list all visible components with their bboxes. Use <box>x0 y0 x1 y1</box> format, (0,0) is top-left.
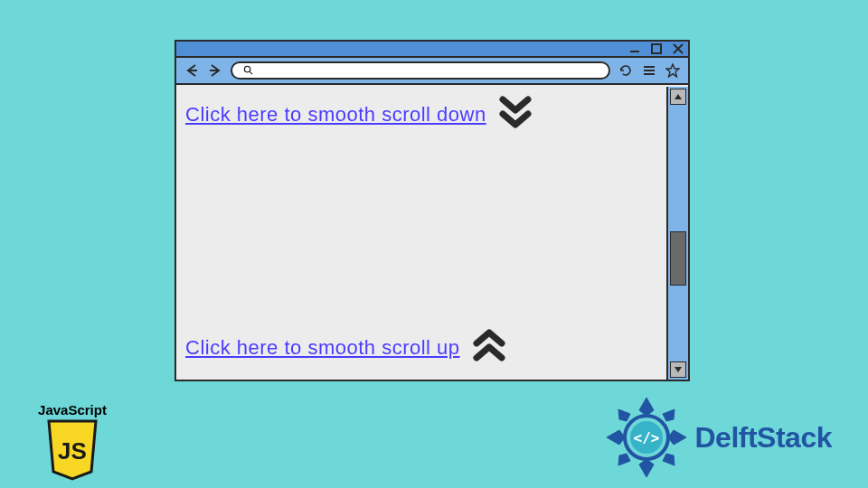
page-content: Click here to smooth scroll down Click h… <box>176 85 666 378</box>
scroll-down-link[interactable]: Click here to smooth scroll down <box>185 92 535 137</box>
scrollbar-thumb[interactable] <box>670 231 686 286</box>
chevrons-down-icon <box>495 92 535 137</box>
back-button[interactable] <box>184 62 200 79</box>
scrollbar-up-button[interactable] <box>670 89 686 105</box>
minimize-icon[interactable] <box>628 42 641 55</box>
scrollbar-down-button[interactable] <box>670 361 686 378</box>
browser-toolbar <box>176 58 688 85</box>
forward-button[interactable] <box>207 62 223 79</box>
scrollbar[interactable] <box>666 87 688 380</box>
titlebar <box>176 42 688 58</box>
star-icon[interactable] <box>665 62 681 79</box>
svg-text:</>: </> <box>633 429 659 446</box>
chevrons-up-icon <box>469 325 509 371</box>
svg-point-6 <box>244 66 250 71</box>
menu-icon[interactable] <box>641 62 657 79</box>
js-shield-text: JS <box>58 437 87 465</box>
link-up-text: Click here to smooth scroll up <box>185 336 460 360</box>
maximize-icon[interactable] <box>650 42 663 55</box>
reload-icon[interactable] <box>618 62 634 79</box>
delftstack-logo: </> DelftStack <box>605 396 833 479</box>
svg-rect-1 <box>652 44 661 53</box>
scroll-up-link[interactable]: Click here to smooth scroll up <box>185 325 509 371</box>
delftstack-text: DelftStack <box>695 421 833 455</box>
js-shield-icon: JS <box>45 419 99 481</box>
link-down-text: Click here to smooth scroll down <box>185 103 486 127</box>
browser-window: Click here to smooth scroll down Click h… <box>175 40 690 381</box>
svg-line-7 <box>250 71 252 74</box>
close-icon[interactable] <box>672 42 684 55</box>
js-language-label: JavaScript <box>36 402 108 418</box>
address-bar[interactable] <box>231 61 610 80</box>
javascript-badge: JavaScript JS <box>36 402 108 481</box>
mandala-icon: </> <box>605 396 688 479</box>
search-icon <box>240 62 253 79</box>
